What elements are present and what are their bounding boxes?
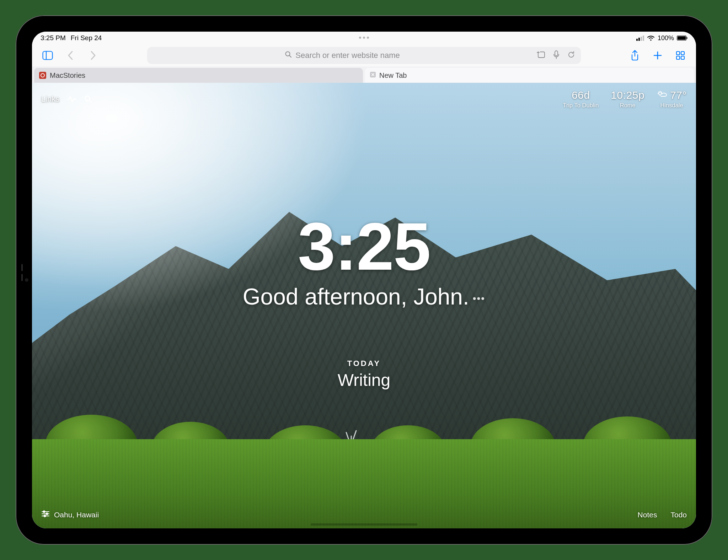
photo-location[interactable]: Oahu, Hawaii <box>54 511 99 519</box>
svg-rect-3 <box>43 52 53 60</box>
svg-rect-11 <box>681 52 684 55</box>
svg-rect-2 <box>687 37 687 39</box>
world-clock-value: 10:25p <box>611 89 644 101</box>
focus-label: TODAY <box>338 359 390 368</box>
weather-location: Hinsdale <box>657 102 687 109</box>
back-button[interactable] <box>63 48 78 63</box>
tab-macstories[interactable]: MacStories <box>34 68 363 83</box>
focus-block[interactable]: TODAY Writing <box>338 359 390 390</box>
todo-link[interactable]: Todo <box>670 511 687 519</box>
countdown-widget[interactable]: 66d Trip To Dublin <box>563 89 599 109</box>
countdown-label: Trip To Dublin <box>563 102 599 109</box>
forward-button[interactable] <box>85 48 101 63</box>
svg-point-27 <box>46 513 48 515</box>
cellular-signal-icon <box>636 36 644 41</box>
multitasking-dots[interactable] <box>359 37 369 39</box>
notes-link[interactable]: Notes <box>638 511 657 519</box>
focus-task: Writing <box>338 370 390 390</box>
links-menu[interactable]: Links <box>41 95 59 104</box>
ios-status-bar: 3:25 PM Fri Sep 24 100% <box>32 32 696 44</box>
share-button[interactable] <box>627 48 643 63</box>
svg-point-5 <box>286 52 290 56</box>
activity-icon[interactable] <box>67 95 76 103</box>
svg-rect-7 <box>555 51 558 56</box>
tab-strip: MacStories New Tab <box>32 66 696 83</box>
wifi-icon <box>647 35 655 41</box>
voice-search-icon[interactable] <box>553 50 560 60</box>
svg-point-23 <box>659 92 662 95</box>
svg-point-21 <box>85 96 90 101</box>
svg-line-22 <box>90 100 92 102</box>
world-clock-label: Rome <box>611 102 644 109</box>
url-placeholder: Search or enter website name <box>295 51 400 60</box>
reload-icon[interactable] <box>567 51 575 60</box>
page-content: Links 66d Trip To Dublin 10:25p <box>32 83 696 528</box>
countdown-value: 66d <box>563 89 599 101</box>
battery-percentage: 100% <box>658 34 674 42</box>
tab-new[interactable]: New Tab <box>365 68 694 83</box>
greeting-more-icon[interactable]: ••• <box>473 293 485 304</box>
ipad-screen: 3:25 PM Fri Sep 24 100% <box>32 32 696 528</box>
battery-icon <box>677 36 687 41</box>
favicon-macstories-icon <box>39 72 46 79</box>
world-clock-widget[interactable]: 10:25p Rome <box>611 89 644 109</box>
svg-point-25 <box>43 511 45 513</box>
safari-toolbar: Search or enter website name <box>32 44 696 66</box>
search-overlay-icon[interactable] <box>84 95 92 103</box>
tab-title: MacStories <box>50 71 85 80</box>
weather-icon <box>657 89 667 101</box>
svg-rect-12 <box>676 56 680 59</box>
svg-rect-1 <box>678 36 686 40</box>
svg-rect-10 <box>676 52 680 55</box>
weather-temp: 77° <box>670 89 687 101</box>
main-clock: 3:25 <box>32 212 696 280</box>
svg-rect-13 <box>681 56 684 59</box>
home-indicator[interactable] <box>311 523 417 526</box>
search-icon <box>285 51 292 60</box>
status-time: 3:25 PM <box>41 34 66 42</box>
greeting-text: Good afternoon, John.••• <box>32 284 696 310</box>
status-date: Fri Sep 24 <box>71 34 102 42</box>
tab-title: New Tab <box>379 71 407 80</box>
svg-line-6 <box>290 56 291 58</box>
close-tab-icon[interactable] <box>370 72 376 79</box>
sidebar-toggle-button[interactable] <box>40 48 55 63</box>
extensions-icon[interactable] <box>537 51 545 60</box>
svg-point-14 <box>41 74 44 77</box>
new-tab-button[interactable] <box>650 48 665 63</box>
weather-widget[interactable]: 77° Hinsdale <box>657 89 687 109</box>
url-bar[interactable]: Search or enter website name <box>147 47 581 64</box>
svg-point-29 <box>44 515 46 517</box>
tab-overview-button[interactable] <box>673 48 688 63</box>
settings-icon[interactable] <box>41 510 50 519</box>
